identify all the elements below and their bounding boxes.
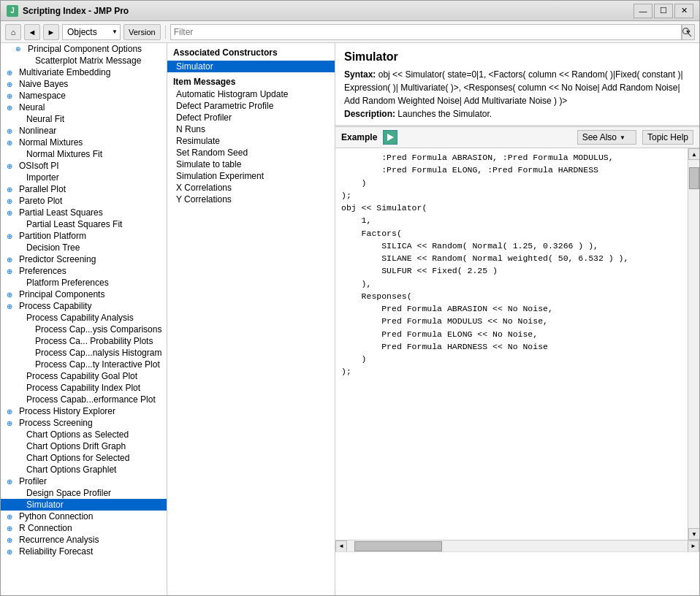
message-item[interactable]: Set Random Seed xyxy=(167,147,335,158)
tree-item-icon: ⊕ xyxy=(7,267,15,275)
h-scroll-thumb[interactable] xyxy=(354,541,442,551)
scroll-up-button[interactable]: ▲ xyxy=(688,148,699,160)
left-panel-scroll[interactable]: ⊕Principal Component OptionsScatterplot … xyxy=(1,43,167,595)
code-line: Factors( xyxy=(341,227,682,240)
left-tree-item[interactable]: ⊕Partial Least Squares xyxy=(1,207,167,218)
left-tree-item[interactable]: ⊕OSIsoft PI xyxy=(1,160,167,172)
scroll-track xyxy=(688,160,699,528)
left-tree-item[interactable]: ⊕Principal Component Options xyxy=(1,43,167,55)
left-tree-item[interactable]: Design Space Profiler xyxy=(1,487,167,499)
left-tree-item[interactable]: ⊕R Connection xyxy=(1,522,167,534)
left-tree-item[interactable]: Process Cap...nalysis Histogram xyxy=(1,347,167,359)
middle-panel-content[interactable]: Associated Constructors Simulator Item M… xyxy=(167,43,335,595)
filter-dropdown-button[interactable] xyxy=(680,26,693,39)
tree-item-label: Process Cap...ty Interactive Plot xyxy=(35,359,160,370)
code-line: :Pred Formula ABRASION, :Pred Formula MO… xyxy=(341,151,682,164)
message-item[interactable]: Simulation Experiment xyxy=(167,170,335,182)
tree-item-icon: ⊕ xyxy=(7,524,15,532)
left-tree-item[interactable]: ⊕Naive Bayes xyxy=(1,78,167,90)
left-tree-item[interactable]: ⊕Namespace xyxy=(1,90,167,102)
left-tree-item[interactable]: Process Cap...ysis Comparisons xyxy=(1,324,167,335)
left-tree: ⊕Principal Component OptionsScatterplot … xyxy=(1,43,167,557)
message-item[interactable]: Defect Parametric Profile xyxy=(167,100,335,112)
code-vertical-scrollbar[interactable]: ▲ ▼ xyxy=(688,148,699,540)
objects-dropdown[interactable]: Objects ▼ xyxy=(62,24,121,40)
minimize-button[interactable]: — xyxy=(634,4,653,18)
message-item[interactable]: Automatic Histogram Update xyxy=(167,88,335,100)
message-item[interactable]: Defect Profiler xyxy=(167,112,335,123)
code-line: Pred Formula HARDNESS << No Noise xyxy=(341,340,682,353)
left-panel: ⊕Principal Component OptionsScatterplot … xyxy=(1,43,167,595)
left-tree-item[interactable]: Neural Fit xyxy=(1,113,167,125)
left-tree-item[interactable]: Process Capability Analysis xyxy=(1,312,167,324)
left-tree-item[interactable]: Process Ca... Probability Plots xyxy=(1,335,167,347)
tree-item-label: Nonlinear xyxy=(19,126,56,136)
maximize-button[interactable]: ☐ xyxy=(654,4,673,18)
left-tree-item[interactable]: Normal Mixtures Fit xyxy=(1,148,167,160)
h-scroll-left-button[interactable]: ◄ xyxy=(335,540,347,552)
tree-item-label: Namespace xyxy=(19,91,66,101)
left-tree-item[interactable]: Platform Preferences xyxy=(1,277,167,289)
tree-item-label: Naive Bayes xyxy=(19,79,68,89)
run-example-button[interactable] xyxy=(383,130,397,145)
constructor-item-simulator[interactable]: Simulator xyxy=(167,61,335,72)
filter-input[interactable] xyxy=(170,24,682,40)
scroll-thumb[interactable] xyxy=(689,167,699,189)
left-tree-item[interactable]: ⊕Process Screening xyxy=(1,417,167,429)
left-tree-item[interactable]: Partial Least Squares Fit xyxy=(1,218,167,230)
home-button[interactable]: ⌂ xyxy=(5,24,21,40)
left-tree-item[interactable]: ⊕Neural xyxy=(1,102,167,113)
tree-item-icon: ⊕ xyxy=(7,548,15,556)
left-tree-item[interactable]: ⊕Profiler xyxy=(1,475,167,487)
left-tree-item[interactable]: ⊕Parallel Plot xyxy=(1,183,167,195)
left-tree-item[interactable]: ⊕Partition Platform xyxy=(1,230,167,242)
left-tree-item[interactable]: ⊕Python Connection xyxy=(1,511,167,522)
tree-item-icon: ⊕ xyxy=(7,536,15,544)
code-text-area[interactable]: :Pred Formula ABRASION, :Pred Formula MO… xyxy=(335,148,688,540)
left-tree-item[interactable]: ⊕Process History Explorer xyxy=(1,405,167,417)
tree-item-icon: ⊕ xyxy=(7,232,15,240)
left-tree-item[interactable]: ⊕Preferences xyxy=(1,265,167,277)
left-tree-item[interactable]: Process Capability Goal Plot xyxy=(1,370,167,382)
tree-item-icon: ⊕ xyxy=(7,478,15,486)
scroll-down-button[interactable]: ▼ xyxy=(688,528,699,540)
left-tree-item[interactable]: ⊕Pareto Plot xyxy=(1,195,167,207)
close-button[interactable]: ✕ xyxy=(674,4,693,18)
code-line: Pred Formula ABRASION << No Noise, xyxy=(341,302,682,315)
left-tree-item[interactable]: Process Capab...erformance Plot xyxy=(1,394,167,405)
left-tree-item[interactable]: Chart Options Graphlet xyxy=(1,464,167,475)
left-tree-item[interactable]: ⊕Reliability Forecast xyxy=(1,546,167,557)
tree-item-label: Chart Options as Selected xyxy=(26,429,129,440)
left-tree-item[interactable]: ⊕Predictor Screening xyxy=(1,253,167,265)
left-tree-item[interactable]: Chart Options for Selected xyxy=(1,452,167,464)
version-button[interactable]: Version xyxy=(123,24,161,40)
message-item[interactable]: Simulate to table xyxy=(167,158,335,170)
tree-item-label: Recurrence Analysis xyxy=(19,535,99,545)
left-tree-item[interactable]: Process Cap...ty Interactive Plot xyxy=(1,359,167,370)
left-tree-item[interactable]: ⊕Process Capability xyxy=(1,300,167,312)
left-tree-item[interactable]: Importer xyxy=(1,172,167,183)
h-scroll-right-button[interactable]: ► xyxy=(688,540,699,552)
left-tree-item[interactable]: Decision Tree xyxy=(1,242,167,253)
left-tree-item[interactable]: Chart Options as Selected xyxy=(1,429,167,440)
left-tree-item[interactable]: ⊕Recurrence Analysis xyxy=(1,534,167,546)
message-item[interactable]: Resimulate xyxy=(167,135,335,147)
code-horizontal-scrollbar[interactable]: ◄ ► xyxy=(335,540,699,551)
forward-button[interactable]: ► xyxy=(43,24,59,40)
message-item[interactable]: X Correlations xyxy=(167,182,335,194)
left-tree-item[interactable]: ⊕Principal Components xyxy=(1,289,167,300)
topic-help-button[interactable]: Topic Help xyxy=(642,130,693,145)
left-tree-item[interactable]: Scatterplot Matrix Message xyxy=(1,55,167,66)
left-tree-item[interactable]: ⊕Nonlinear xyxy=(1,125,167,137)
left-tree-item[interactable]: ⊕Normal Mixtures xyxy=(1,137,167,148)
left-tree-item[interactable]: Chart Options Drift Graph xyxy=(1,440,167,452)
left-tree-item[interactable]: ⊕Multivariate Embedding xyxy=(1,66,167,78)
back-button[interactable]: ◄ xyxy=(24,24,40,40)
see-also-button[interactable]: See Also ▼ xyxy=(577,130,636,145)
left-tree-item[interactable]: Simulator xyxy=(1,499,167,511)
left-tree-item[interactable]: Process Capability Index Plot xyxy=(1,382,167,394)
message-item[interactable]: N Runs xyxy=(167,123,335,135)
code-line: SILICA << Random( Normal( 1.25, 0.3266 )… xyxy=(341,240,682,252)
search-container: ▼ xyxy=(170,24,695,40)
message-item[interactable]: Y Correlations xyxy=(167,194,335,205)
